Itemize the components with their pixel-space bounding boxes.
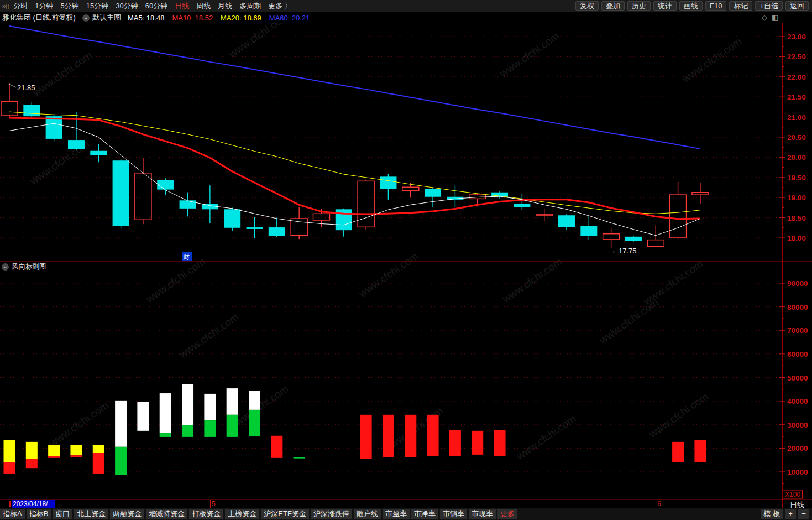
watermark-text: www.cfchi.com xyxy=(641,258,705,308)
period-item-9[interactable]: 多周期 xyxy=(239,1,261,11)
volume-bar-segment xyxy=(449,430,461,456)
price-tick-label: 19.00 xyxy=(787,194,806,202)
volume-bar-segment xyxy=(93,453,104,474)
period-item-1[interactable]: 1分钟 xyxy=(35,1,53,11)
candle-body-down xyxy=(68,140,85,149)
volume-tick-label: 60000 xyxy=(787,350,808,358)
volume-bar-segment xyxy=(427,415,439,456)
indicator-tab-14[interactable]: 市现率 xyxy=(469,509,496,519)
indicator-tab-11[interactable]: 市盈率 xyxy=(383,509,410,519)
volume-tick-label: 20000 xyxy=(787,444,808,453)
collapse-left-icon[interactable]: »▯ xyxy=(2,2,8,10)
toolbar-item-5[interactable]: F10 xyxy=(705,1,726,11)
template-button[interactable]: 模 板 xyxy=(761,509,783,519)
price-tick-label: 20.50 xyxy=(787,133,806,142)
main-chart-label[interactable]: 默认主图 xyxy=(92,13,121,23)
volume-tick-label: 40000 xyxy=(787,397,808,405)
ma-line-ma10 xyxy=(9,118,700,219)
candle-body-down xyxy=(491,193,508,197)
volume-bar-segment xyxy=(360,415,372,459)
indicator-tab-10[interactable]: 散户线 xyxy=(354,509,381,519)
toolbar-item-8[interactable]: 返回 xyxy=(785,1,809,11)
volume-tick-label: 10000 xyxy=(787,468,808,476)
indicator-tab-12[interactable]: 市净率 xyxy=(411,509,438,519)
toolbar-item-4[interactable]: 画线 xyxy=(679,1,703,11)
candle-body-up xyxy=(603,234,620,240)
period-item-5[interactable]: 60分钟 xyxy=(145,1,167,11)
indicator-tab-9[interactable]: 沪深涨跌停 xyxy=(311,509,352,519)
volume-bar-segment xyxy=(26,442,38,459)
candle-body-up xyxy=(536,214,553,215)
toolbar-item-2[interactable]: 历史 xyxy=(627,1,651,11)
volume-bar-segment xyxy=(249,391,260,410)
sub-panel-title[interactable]: 风向标副图 xyxy=(12,262,46,272)
sub-panel-dropdown-icon[interactable]: ⌄ xyxy=(2,263,9,271)
panel-toggle-icon[interactable]: ◧ xyxy=(772,13,783,22)
zoom-out-button[interactable]: − xyxy=(798,509,809,519)
candle-body-down xyxy=(269,227,285,236)
toolbar-item-0[interactable]: 复权 xyxy=(575,1,599,11)
period-menu-bar: »▯ 分时1分钟5分钟15分钟30分钟60分钟日线周线月线多周期更多 〉 复权叠… xyxy=(0,0,812,12)
period-item-8[interactable]: 月线 xyxy=(218,1,232,11)
indicator-tab-7[interactable]: 上榜资金 xyxy=(225,509,259,519)
indicator-tab-4[interactable]: 两融资金 xyxy=(110,509,144,519)
indicator-tab-more[interactable]: 更多 xyxy=(497,509,517,519)
candle-body-down xyxy=(202,204,218,209)
watermark-text: www.cfchi.com xyxy=(226,383,290,433)
diamond-marker-icon[interactable]: ◇ xyxy=(762,13,772,22)
volume-tick-label: 90000 xyxy=(787,279,808,288)
watermark-text: www.cfchi.com xyxy=(356,250,420,300)
candle-body-down xyxy=(558,215,575,227)
indicator-tab-6[interactable]: 打板资金 xyxy=(189,509,223,519)
indicator-tab-0[interactable]: 指标A xyxy=(0,509,25,519)
zoom-in-button[interactable]: + xyxy=(785,509,796,519)
candle-body-up xyxy=(291,219,307,236)
period-item-7[interactable]: 周线 xyxy=(196,1,211,11)
volume-bar-segment xyxy=(227,388,238,415)
date-label: 2023/04/18/二 xyxy=(12,500,55,508)
volume-bar-segment xyxy=(137,402,149,431)
candle-body-down xyxy=(247,227,263,229)
price-tick-label: 21.50 xyxy=(787,93,806,101)
indicator-tab-5[interactable]: 增减持资金 xyxy=(146,509,187,519)
period-item-10[interactable]: 更多 〉 xyxy=(268,1,292,11)
toolbar-item-1[interactable]: 叠加 xyxy=(601,1,625,11)
price-tick-label: 19.50 xyxy=(787,174,806,182)
watermark-text: www.cfchi.com xyxy=(143,256,207,305)
month-marker-6: 6 xyxy=(657,500,661,508)
time-axis-bar: 2023/04/18/二 日线 56 xyxy=(0,500,812,508)
indicator-tab-1[interactable]: 指标B xyxy=(27,509,51,519)
period-item-0[interactable]: 分时 xyxy=(13,1,28,11)
period-item-2[interactable]: 5分钟 xyxy=(61,1,79,11)
candle-body-up xyxy=(402,187,419,191)
volume-bar-segment xyxy=(93,445,104,453)
watermark-text: www.cfchi.com xyxy=(381,405,445,455)
period-item-4[interactable]: 30分钟 xyxy=(116,1,138,11)
candle-body-down xyxy=(113,160,129,226)
toolbar-item-7[interactable]: +自选 xyxy=(755,1,783,11)
indicator-tabs: 指标A指标B窗口北上资金两融资金增减持资金打板资金上榜资金沪深ETF资金沪深涨跌… xyxy=(0,509,517,519)
main-chart-dropdown-icon[interactable]: ⌄ xyxy=(82,14,90,22)
candle-body-down xyxy=(157,180,174,190)
volume-tick-label: 50000 xyxy=(787,374,808,382)
volume-bar-segment xyxy=(115,447,127,475)
period-item-6[interactable]: 日线 xyxy=(175,1,189,11)
unit-box xyxy=(783,490,803,498)
period-menu: 分时1分钟5分钟15分钟30分钟60分钟日线周线月线多周期更多 〉 xyxy=(13,1,292,11)
toolbar-item-6[interactable]: 标记 xyxy=(729,1,752,11)
indicator-tab-bar: 指标A指标B窗口北上资金两融资金增减持资金打板资金上榜资金沪深ETF资金沪深涨跌… xyxy=(0,508,812,520)
price-tick-label: 22.00 xyxy=(787,73,806,81)
candle-body-down xyxy=(625,237,642,241)
indicator-tab-13[interactable]: 市销率 xyxy=(440,509,467,519)
toolbar-item-3[interactable]: 统计 xyxy=(653,1,677,11)
ma-label-0: MA5: 18.48 xyxy=(128,14,165,22)
unit-label: X100 xyxy=(785,491,800,498)
indicator-tab-8[interactable]: 沪深ETF资金 xyxy=(261,509,309,519)
period-item-3[interactable]: 15分钟 xyxy=(86,1,108,11)
watermark-text: www.cfchi.com xyxy=(646,391,710,440)
watermark-text: www.cfchi.com xyxy=(514,413,578,462)
event-marker-label: 财 xyxy=(183,253,190,261)
indicator-tab-2[interactable]: 窗口 xyxy=(53,509,72,519)
indicator-tab-3[interactable]: 北上资金 xyxy=(74,509,108,519)
low-annotation: ←17.75 xyxy=(611,247,637,255)
